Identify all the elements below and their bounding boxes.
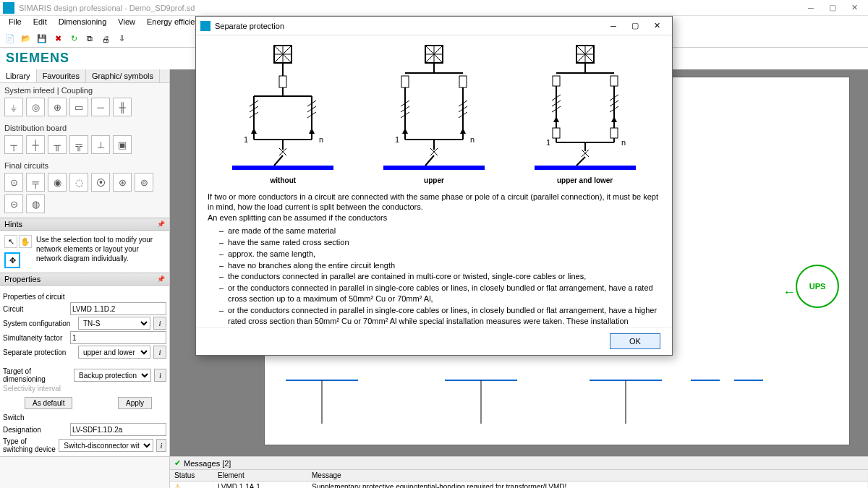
bullet: or the conductors connected in parallel … bbox=[228, 305, 660, 327]
separate-protection-dialog: Separate protection ─ ▢ ✕ bbox=[195, 16, 673, 356]
svg-rect-69 bbox=[553, 128, 560, 138]
svg-marker-44 bbox=[402, 128, 408, 134]
svg-text:n: n bbox=[319, 135, 323, 144]
svg-text:1: 1 bbox=[395, 135, 399, 144]
svg-line-52 bbox=[425, 155, 434, 166]
svg-marker-22 bbox=[309, 128, 315, 134]
dialog-icon bbox=[200, 21, 210, 31]
bullet: or the conductors connected in parallel … bbox=[228, 283, 660, 304]
dialog-minimize-button[interactable]: ─ bbox=[603, 19, 624, 33]
caption-upper-lower: upper and lower bbox=[516, 176, 654, 186]
svg-line-79 bbox=[576, 157, 585, 166]
svg-marker-67 bbox=[553, 116, 559, 122]
dialog-title: Separate protection bbox=[215, 22, 284, 30]
svg-rect-70 bbox=[610, 128, 618, 138]
svg-text:1: 1 bbox=[546, 138, 550, 147]
dialog-close-button[interactable]: ✕ bbox=[646, 19, 668, 33]
caption-upper: upper bbox=[365, 176, 503, 186]
svg-line-29 bbox=[274, 155, 283, 166]
svg-rect-57 bbox=[553, 76, 560, 86]
svg-rect-30 bbox=[232, 166, 333, 170]
diagram-upper-lower: 1n upper and lower bbox=[516, 41, 654, 186]
svg-marker-45 bbox=[460, 128, 466, 134]
ok-button[interactable]: OK bbox=[610, 333, 660, 349]
bullet: have no branches along the entire circui… bbox=[228, 260, 660, 271]
svg-rect-10 bbox=[279, 76, 286, 87]
svg-rect-58 bbox=[610, 76, 618, 86]
bullet: are made of the same material bbox=[228, 226, 660, 236]
modal-para: An even splitting can be assumed if the … bbox=[208, 213, 660, 223]
svg-marker-21 bbox=[251, 128, 257, 134]
bullet: approx. the same length, bbox=[228, 249, 660, 260]
diagram-upper: 1n upper bbox=[365, 41, 503, 186]
svg-rect-80 bbox=[535, 166, 636, 170]
bullet: the conductors connected in parallel are… bbox=[228, 271, 660, 282]
svg-text:n: n bbox=[470, 135, 475, 144]
svg-rect-35 bbox=[459, 76, 467, 87]
svg-text:n: n bbox=[621, 138, 626, 147]
svg-rect-34 bbox=[401, 76, 409, 87]
modal-overlay: Separate protection ─ ▢ ✕ bbox=[0, 0, 868, 488]
caption-without: without bbox=[214, 176, 352, 186]
diagram-without: 1n without bbox=[214, 41, 352, 186]
modal-para: If two or more conductors in a circuit a… bbox=[208, 192, 660, 213]
dialog-maximize-button[interactable]: ▢ bbox=[624, 19, 646, 33]
svg-text:1: 1 bbox=[244, 135, 248, 144]
svg-rect-53 bbox=[383, 166, 485, 170]
svg-marker-68 bbox=[611, 116, 617, 122]
bullet: have the same rated cross section bbox=[228, 237, 660, 248]
modal-bullets: are made of the same material have the s… bbox=[228, 226, 660, 327]
